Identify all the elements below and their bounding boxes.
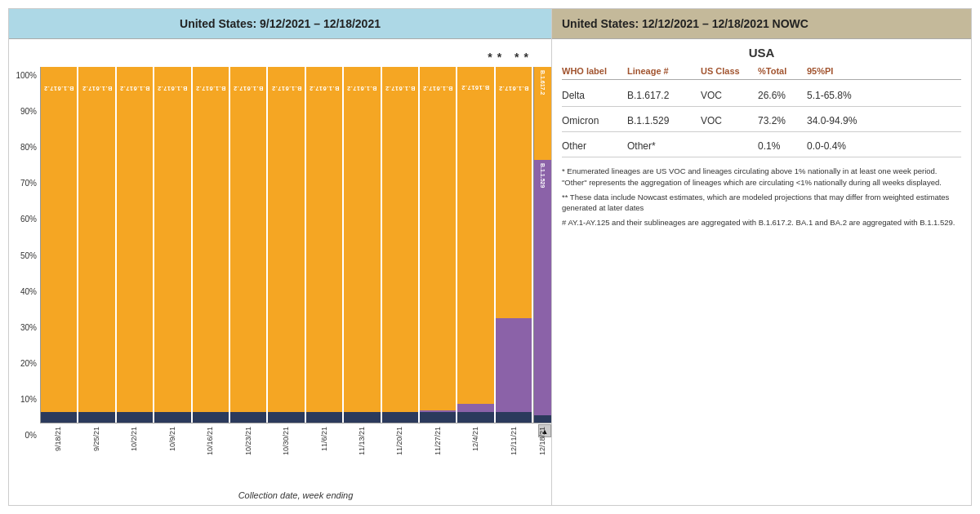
footnote-line: * Enumerated lineages are US VOC and lin… (562, 166, 961, 188)
bar-stack: B.1.617.2 (344, 67, 380, 423)
bar-segment-cap (457, 412, 493, 423)
bar-col: B.1.617.2 (344, 67, 380, 423)
bar-stack: B.1.617.2 (496, 67, 532, 423)
bar-stack: B.1.617.2 (41, 67, 77, 423)
bar-segment-delta: B.1.617.2 (268, 67, 304, 412)
cell-lineage: B.1.617.2 (627, 90, 701, 101)
bar-segment-delta: B.1.617.2 (154, 67, 190, 412)
bar-delta-label: B.1.617.2 (309, 85, 339, 92)
x-label-text: 12/11/21 (510, 427, 518, 455)
bar-segment-delta: B.1.617.2 (230, 67, 266, 412)
left-panel: United States: 9/12/2021 – 12/18/2021 0%… (9, 9, 552, 505)
bar-col: B.1.617.2 (306, 67, 342, 423)
cell-pi: 0.0-0.4% (807, 140, 872, 152)
bar-delta-label: B.1.617.2 (423, 85, 453, 92)
bar-segment-cap (344, 412, 380, 423)
footnote-line: ** These data include Nowcast estimates,… (562, 192, 961, 215)
bar-delta-label: B.1.617.2 (234, 85, 264, 92)
last-bar-stack: B.1.1.529B.1.617.2 (534, 67, 551, 423)
x-label-text: 10/23/21 (244, 427, 252, 455)
bar-segment-delta: B.1.617.2 (193, 67, 229, 412)
bar-stack: B.1617.2 (457, 67, 493, 423)
bar-segment-cap (154, 412, 190, 423)
bar-segment-delta: B.1.617.2 (41, 67, 77, 412)
right-content: USA WHO label Lineage # US Class %Total … (552, 39, 971, 505)
table-row: DeltaB.1.617.2VOC26.6%5.1-65.8% (562, 82, 961, 107)
last-bar-col: B.1.1.529B.1.617.2 (533, 67, 551, 423)
x-label-text: 12/4/21 (471, 427, 479, 451)
cell-usclass: VOC (701, 115, 758, 126)
x-label-text: 11/13/21 (358, 427, 366, 455)
cell-pct: 0.1% (758, 140, 807, 152)
left-title: United States: 9/12/2021 – 12/18/2021 (180, 17, 381, 30)
table-body: DeltaB.1.617.2VOC26.6%5.1-65.8%OmicronB.… (562, 82, 961, 157)
y-axis-label: 100% (16, 72, 37, 80)
bar-segment-delta: B.1.617.2 (306, 67, 342, 412)
table-header-row: WHO label Lineage # US Class %Total 95%P… (562, 66, 961, 80)
footnote-line: # AY.1-AY.125 and their sublineages are … (562, 217, 961, 228)
last-bar-cap (534, 415, 551, 423)
y-axis-label: 60% (20, 215, 37, 224)
y-axis-label: 20% (20, 360, 37, 368)
x-label-text: 9/18/21 (54, 427, 62, 451)
bar-segment-delta: B.1.617.2 (117, 67, 153, 412)
bar-segment-cap (306, 412, 342, 423)
bar-stack: B.1.617.2 (268, 67, 304, 423)
x-label-item: 9/18/21 (40, 427, 76, 451)
bar-col: B.1.617.2 (78, 67, 114, 423)
x-label-text: 10/30/21 (282, 427, 290, 455)
bars-row: B.1.617.2B.1.617.2B.1.617.2B.1.617.2B.1.… (40, 67, 551, 423)
bar-delta-label: B.1.617.2 (195, 85, 225, 92)
bar-col: B.1.617.2 (41, 67, 77, 423)
table-row: OtherOther*0.1%0.0-0.4% (562, 132, 961, 157)
cell-lineage: B.1.1.529 (627, 115, 701, 126)
cell-lineage: Other* (627, 140, 701, 152)
x-label-item: 10/16/21 (192, 427, 228, 455)
bar-col: B.1.617.2 (154, 67, 190, 423)
x-label-item: 11/6/21 (305, 427, 341, 451)
bar-segment-delta: B.1.617.2 (420, 67, 456, 410)
bar-delta-label: B.1.617.2 (271, 85, 301, 92)
bar-col: B.1.617.2 (117, 67, 153, 423)
bar-col: B.1.617.2 (420, 67, 456, 423)
bar-stack: B.1.617.2 (154, 67, 190, 423)
cell-pi: 34.0-94.9% (807, 115, 872, 126)
x-label-item: 11/20/21 (381, 427, 417, 455)
bar-delta-label: B.1617.2 (461, 84, 489, 91)
bar-col: B.1.617.2 (230, 67, 266, 423)
bar-stack: B.1.617.2 (306, 67, 342, 423)
y-axis-label: 70% (20, 179, 37, 188)
chart-area: 0%10%20%30%40%50%60%70%80%90%100% ** ** … (9, 39, 551, 505)
bar-segment-omicron (457, 404, 493, 413)
bar-segment-delta: B.1.617.2 (496, 67, 532, 318)
bar-col: B.1617.2 (457, 67, 493, 423)
bar-segment-cap (496, 412, 532, 423)
bar-segment-delta: B.1.617.2 (78, 67, 114, 412)
bar-col: B.1.617.2 (496, 67, 532, 423)
y-axis-label: 10% (20, 396, 37, 404)
x-label-text: 10/16/21 (206, 427, 214, 455)
bar-segment-delta: B.1.617.2 (344, 67, 380, 412)
right-panel: United States: 12/12/2021 – 12/18/2021 N… (552, 9, 971, 505)
bar-col: B.1.617.2 (268, 67, 304, 423)
cell-who: Delta (562, 90, 627, 101)
bar-segment-cap (193, 412, 229, 423)
right-header: United States: 12/12/2021 – 12/18/2021 N… (552, 9, 971, 39)
bar-col: B.1.617.2 (193, 67, 229, 423)
bar-segment-cap (382, 412, 418, 423)
cell-who: Omicron (562, 115, 627, 126)
x-label-text: 9/25/21 (92, 427, 100, 451)
footnote-area: * Enumerated lineages are US VOC and lin… (562, 166, 961, 232)
bar-stack: B.1.617.2 (193, 67, 229, 423)
usa-title: USA (562, 46, 961, 60)
y-axis-label: 80% (20, 144, 37, 152)
bar-stack: B.1.617.2 (230, 67, 266, 423)
col-header-lineage: Lineage # (627, 66, 701, 76)
x-axis-labels: 9/18/219/25/2110/2/2110/9/2110/16/2110/2… (40, 423, 551, 489)
x-label-item: 12/11/21 (496, 427, 532, 455)
x-label-text: 11/27/21 (434, 427, 442, 455)
bar-stack: B.1.617.2 (382, 67, 418, 423)
bar-delta-label: B.1.617.2 (82, 85, 112, 92)
x-label-item: 11/27/21 (420, 427, 456, 455)
cell-usclass: VOC (701, 90, 758, 101)
